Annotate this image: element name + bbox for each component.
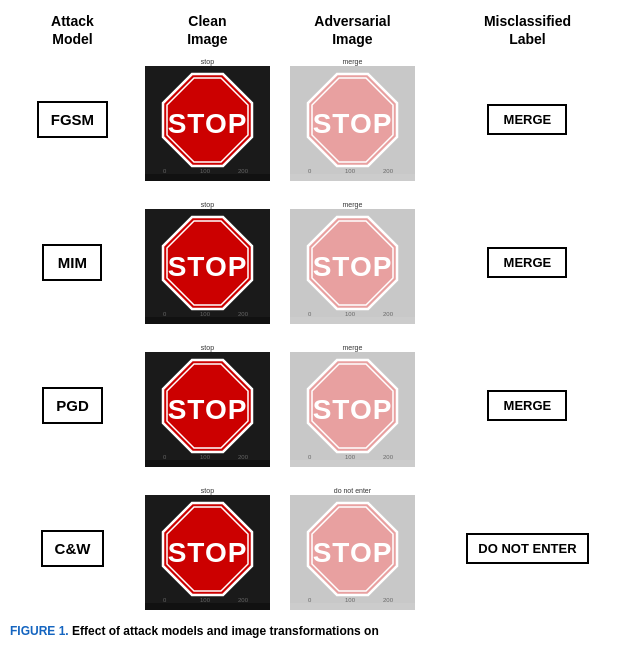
- adversarial-image-cell: do not enter STOP 0 100 200: [280, 481, 425, 616]
- svg-text:100: 100: [345, 597, 356, 603]
- table-row: C&Wstop STOP 0 100 200 do not enter STOP…: [10, 481, 630, 616]
- misclass-label-cell: MERGE: [425, 338, 630, 473]
- figure-label: FIGURE 1.: [10, 624, 69, 638]
- svg-text:STOP: STOP: [313, 108, 393, 139]
- misclass-label-cell: MERGE: [425, 52, 630, 187]
- spacer-row: [10, 473, 630, 481]
- attack-label: C&W: [41, 530, 105, 567]
- col-header-clean: CleanImage: [135, 8, 280, 52]
- clean-image-cell: stop STOP 0 100 200: [135, 481, 280, 616]
- svg-text:STOP: STOP: [168, 394, 248, 425]
- svg-text:200: 200: [383, 454, 394, 460]
- svg-text:STOP: STOP: [313, 394, 393, 425]
- misclass-label: MERGE: [487, 104, 567, 135]
- clean-image-cell: stop STOP 0 100 200: [135, 338, 280, 473]
- svg-text:STOP: STOP: [313, 537, 393, 568]
- svg-text:100: 100: [200, 311, 211, 317]
- svg-text:100: 100: [200, 168, 211, 174]
- svg-text:100: 100: [345, 454, 356, 460]
- adversarial-image-cell: merge STOP 0 100 200: [280, 195, 425, 330]
- svg-text:STOP: STOP: [168, 537, 248, 568]
- attack-label: MIM: [42, 244, 102, 281]
- adversarial-image-cell: merge STOP 0 100 200: [280, 52, 425, 187]
- attack-label: FGSM: [37, 101, 108, 138]
- figure-caption: FIGURE 1. Effect of attack models and im…: [10, 622, 630, 640]
- clean-image-cell: stop STOP 0 100 200: [135, 195, 280, 330]
- svg-text:200: 200: [383, 311, 394, 317]
- table-row: FGSMstop STOP 0 100 200 merge STOP 0 100…: [10, 52, 630, 187]
- attack-model-cell: MIM: [10, 195, 135, 330]
- svg-text:100: 100: [345, 168, 356, 174]
- clean-image-cell: stop STOP 0 100 200: [135, 52, 280, 187]
- svg-text:200: 200: [238, 597, 249, 603]
- table-row: PGDstop STOP 0 100 200 merge STOP 0 100 …: [10, 338, 630, 473]
- attack-model-cell: C&W: [10, 481, 135, 616]
- svg-text:100: 100: [200, 597, 211, 603]
- misclass-label: DO NOT ENTER: [466, 533, 588, 564]
- svg-text:200: 200: [238, 311, 249, 317]
- misclass-label-cell: DO NOT ENTER: [425, 481, 630, 616]
- figure-text: Effect of attack models and image transf…: [72, 624, 379, 638]
- svg-text:200: 200: [383, 168, 394, 174]
- spacer-row: [10, 330, 630, 338]
- misclass-label-cell: MERGE: [425, 195, 630, 330]
- misclass-label: MERGE: [487, 247, 567, 278]
- svg-text:STOP: STOP: [168, 108, 248, 139]
- table-row: MIMstop STOP 0 100 200 merge STOP 0 100 …: [10, 195, 630, 330]
- svg-text:100: 100: [345, 311, 356, 317]
- col-header-misclass: MisclassifiedLabel: [425, 8, 630, 52]
- svg-text:STOP: STOP: [168, 251, 248, 282]
- adversarial-image-cell: merge STOP 0 100 200: [280, 338, 425, 473]
- svg-text:200: 200: [383, 597, 394, 603]
- attack-label: PGD: [42, 387, 103, 424]
- spacer-row: [10, 187, 630, 195]
- attack-model-cell: FGSM: [10, 52, 135, 187]
- attack-model-cell: PGD: [10, 338, 135, 473]
- svg-text:200: 200: [238, 454, 249, 460]
- svg-text:STOP: STOP: [313, 251, 393, 282]
- col-header-adversarial: AdversarialImage: [280, 8, 425, 52]
- svg-text:100: 100: [200, 454, 211, 460]
- col-header-attack: AttackModel: [10, 8, 135, 52]
- misclass-label: MERGE: [487, 390, 567, 421]
- svg-text:200: 200: [238, 168, 249, 174]
- main-table: AttackModel CleanImage AdversarialImage …: [10, 8, 630, 616]
